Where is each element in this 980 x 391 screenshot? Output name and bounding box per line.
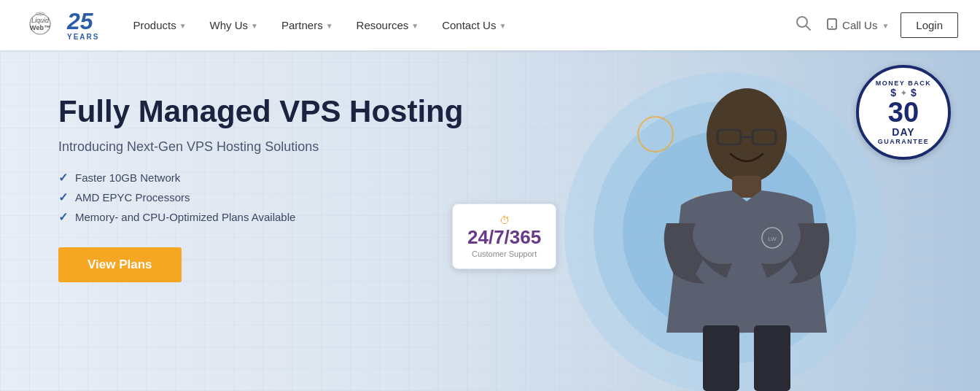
svg-rect-11 [703,325,739,391]
search-button[interactable] [793,12,814,38]
check-icon-3: ✓ [58,210,68,224]
nav-products[interactable]: Products ▼ [121,0,198,50]
partners-chevron-icon: ▼ [326,22,333,30]
nav-partners[interactable]: Partners ▼ [270,0,345,50]
login-button[interactable]: Login [901,12,958,38]
feature-text-2: AMD EPYC Processors [75,191,190,204]
money-back-top-text: MONEY BACK [876,80,931,87]
person-svg: LW [637,77,856,391]
svg-rect-12 [754,325,790,391]
phone-icon [826,18,838,33]
money-back-bottom-text: GUARANTEE [878,138,930,145]
call-us-button[interactable]: Call Us ▼ [826,18,889,33]
feature-item-2: ✓ AMD EPYC Processors [58,190,463,204]
years-number: 25 [67,9,93,33]
feature-text-1: Faster 10GB Network [75,171,180,184]
support-label: Customer Support [467,249,541,258]
view-plans-button[interactable]: View Plans [58,247,182,282]
logo: Liquid Web™ [22,11,58,40]
clock-icon: ⏱ [467,214,541,226]
nav-links: Products ▼ Why Us ▼ Partners ▼ Resources… [121,0,793,50]
money-back-day-label: DAY [892,126,914,138]
hero-content: Fully Managed VPS Hosting Introducing Ne… [58,94,463,282]
years-badge-container: 25 YEARS [67,9,99,41]
nav-contact-us[interactable]: Contact Us ▼ [430,0,518,50]
feature-text-3: Memory- and CPU-Optimized Plans Availabl… [75,211,295,223]
dollar-decorators: ✦ [901,89,906,97]
svg-point-4 [39,12,42,15]
contact-us-chevron-icon: ▼ [499,22,506,30]
hero-subtitle: Introducing Next-Gen VPS Hosting Solutio… [58,139,463,155]
hero-features-list: ✓ Faster 10GB Network ✓ AMD EPYC Process… [58,171,463,224]
money-back-badge: MONEY BACK $ ✦ $ 30 DAY GUARANTEE [856,65,951,160]
hero-section: Fully Managed VPS Hosting Introducing Ne… [0,50,980,391]
resources-chevron-icon: ▼ [411,22,419,30]
check-icon-2: ✓ [58,190,68,204]
why-us-chevron-icon: ▼ [251,22,258,30]
search-icon [796,15,812,31]
call-us-chevron-icon: ▼ [882,22,889,30]
feature-item-3: ✓ Memory- and CPU-Optimized Plans Availa… [58,210,463,224]
years-label: YEARS [67,33,99,41]
person-image: LW [623,70,871,391]
nav-right: Call Us ▼ Login [793,12,958,38]
check-icon-1: ✓ [58,171,68,185]
svg-text:LW: LW [768,236,777,242]
hero-title: Fully Managed VPS Hosting [58,94,463,129]
svg-text:Web™: Web™ [30,24,50,31]
feature-item-1: ✓ Faster 10GB Network [58,171,463,185]
logo-icon: Liquid Web™ [22,11,58,40]
products-chevron-icon: ▼ [179,22,187,30]
phone-svg-icon [826,18,838,30]
svg-point-8 [831,26,833,28]
svg-line-6 [806,26,811,31]
support-badge: ⏱ 24/7/365 Customer Support [452,204,556,269]
support-time-text: 24/7/365 [467,228,541,247]
nav-why-us[interactable]: Why Us ▼ [198,0,270,50]
logo-area: Liquid Web™ 25 YEARS [22,9,99,41]
nav-resources[interactable]: Resources ▼ [345,0,431,50]
money-back-days: 30 [888,98,919,126]
svg-point-9 [707,88,787,183]
svg-text:Liquid: Liquid [31,17,50,24]
navbar: Liquid Web™ 25 YEARS Products ▼ Why Us ▼… [0,0,980,50]
